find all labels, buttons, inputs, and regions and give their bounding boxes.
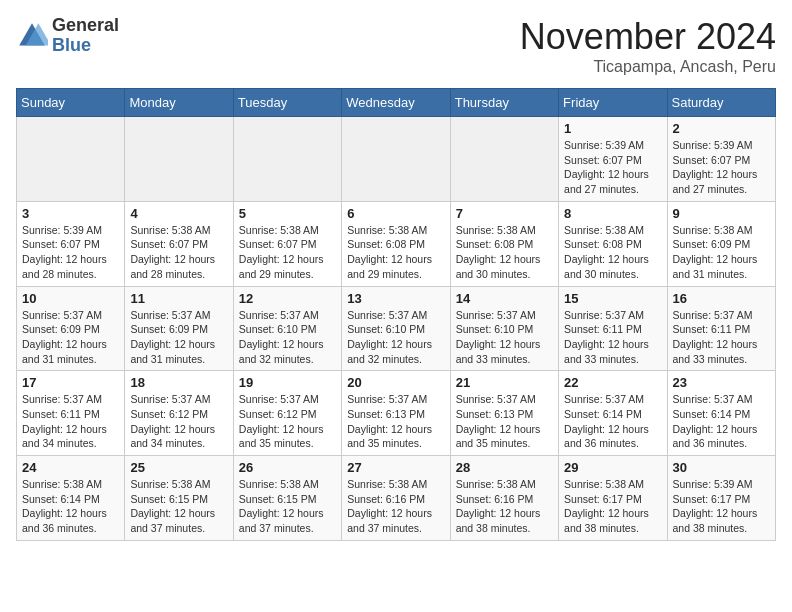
day-info: Sunrise: 5:38 AM Sunset: 6:08 PM Dayligh… [564,223,661,282]
day-info: Sunrise: 5:39 AM Sunset: 6:17 PM Dayligh… [673,477,770,536]
day-cell: 2Sunrise: 5:39 AM Sunset: 6:07 PM Daylig… [667,117,775,202]
day-cell: 21Sunrise: 5:37 AM Sunset: 6:13 PM Dayli… [450,371,558,456]
day-number: 27 [347,460,444,475]
day-number: 14 [456,291,553,306]
day-cell: 11Sunrise: 5:37 AM Sunset: 6:09 PM Dayli… [125,286,233,371]
day-number: 6 [347,206,444,221]
day-cell: 5Sunrise: 5:38 AM Sunset: 6:07 PM Daylig… [233,201,341,286]
week-row-4: 17Sunrise: 5:37 AM Sunset: 6:11 PM Dayli… [17,371,776,456]
week-row-3: 10Sunrise: 5:37 AM Sunset: 6:09 PM Dayli… [17,286,776,371]
logo-blue-text: Blue [52,36,119,56]
day-number: 25 [130,460,227,475]
day-cell [17,117,125,202]
day-cell: 14Sunrise: 5:37 AM Sunset: 6:10 PM Dayli… [450,286,558,371]
day-number: 21 [456,375,553,390]
day-info: Sunrise: 5:38 AM Sunset: 6:15 PM Dayligh… [239,477,336,536]
day-cell: 22Sunrise: 5:37 AM Sunset: 6:14 PM Dayli… [559,371,667,456]
day-info: Sunrise: 5:39 AM Sunset: 6:07 PM Dayligh… [564,138,661,197]
header-row: SundayMondayTuesdayWednesdayThursdayFrid… [17,89,776,117]
day-number: 16 [673,291,770,306]
day-number: 10 [22,291,119,306]
day-info: Sunrise: 5:37 AM Sunset: 6:10 PM Dayligh… [239,308,336,367]
day-number: 18 [130,375,227,390]
day-info: Sunrise: 5:38 AM Sunset: 6:07 PM Dayligh… [130,223,227,282]
week-row-2: 3Sunrise: 5:39 AM Sunset: 6:07 PM Daylig… [17,201,776,286]
day-number: 19 [239,375,336,390]
day-cell: 20Sunrise: 5:37 AM Sunset: 6:13 PM Dayli… [342,371,450,456]
day-info: Sunrise: 5:38 AM Sunset: 6:15 PM Dayligh… [130,477,227,536]
day-number: 17 [22,375,119,390]
logo-icon [16,20,48,52]
day-cell [342,117,450,202]
day-number: 3 [22,206,119,221]
day-number: 29 [564,460,661,475]
day-info: Sunrise: 5:37 AM Sunset: 6:09 PM Dayligh… [22,308,119,367]
day-number: 20 [347,375,444,390]
day-number: 28 [456,460,553,475]
day-number: 12 [239,291,336,306]
day-info: Sunrise: 5:37 AM Sunset: 6:14 PM Dayligh… [564,392,661,451]
day-cell [450,117,558,202]
day-cell [233,117,341,202]
day-number: 9 [673,206,770,221]
logo-general-text: General [52,16,119,36]
day-number: 30 [673,460,770,475]
calendar-body: 1Sunrise: 5:39 AM Sunset: 6:07 PM Daylig… [17,117,776,541]
header-cell-thursday: Thursday [450,89,558,117]
day-number: 26 [239,460,336,475]
day-cell: 17Sunrise: 5:37 AM Sunset: 6:11 PM Dayli… [17,371,125,456]
header-cell-wednesday: Wednesday [342,89,450,117]
day-info: Sunrise: 5:38 AM Sunset: 6:17 PM Dayligh… [564,477,661,536]
day-cell: 24Sunrise: 5:38 AM Sunset: 6:14 PM Dayli… [17,456,125,541]
day-number: 22 [564,375,661,390]
day-cell: 30Sunrise: 5:39 AM Sunset: 6:17 PM Dayli… [667,456,775,541]
header-cell-sunday: Sunday [17,89,125,117]
day-cell: 4Sunrise: 5:38 AM Sunset: 6:07 PM Daylig… [125,201,233,286]
day-cell: 6Sunrise: 5:38 AM Sunset: 6:08 PM Daylig… [342,201,450,286]
day-cell: 1Sunrise: 5:39 AM Sunset: 6:07 PM Daylig… [559,117,667,202]
day-info: Sunrise: 5:38 AM Sunset: 6:09 PM Dayligh… [673,223,770,282]
day-cell: 23Sunrise: 5:37 AM Sunset: 6:14 PM Dayli… [667,371,775,456]
month-title: November 2024 [520,16,776,58]
day-number: 2 [673,121,770,136]
day-cell: 16Sunrise: 5:37 AM Sunset: 6:11 PM Dayli… [667,286,775,371]
week-row-1: 1Sunrise: 5:39 AM Sunset: 6:07 PM Daylig… [17,117,776,202]
header-cell-monday: Monday [125,89,233,117]
page-header: General Blue November 2024 Ticapampa, An… [16,16,776,76]
day-cell: 26Sunrise: 5:38 AM Sunset: 6:15 PM Dayli… [233,456,341,541]
week-row-5: 24Sunrise: 5:38 AM Sunset: 6:14 PM Dayli… [17,456,776,541]
day-info: Sunrise: 5:37 AM Sunset: 6:12 PM Dayligh… [239,392,336,451]
day-cell: 9Sunrise: 5:38 AM Sunset: 6:09 PM Daylig… [667,201,775,286]
day-info: Sunrise: 5:37 AM Sunset: 6:11 PM Dayligh… [22,392,119,451]
day-number: 11 [130,291,227,306]
day-info: Sunrise: 5:37 AM Sunset: 6:10 PM Dayligh… [456,308,553,367]
day-info: Sunrise: 5:37 AM Sunset: 6:11 PM Dayligh… [673,308,770,367]
day-cell: 18Sunrise: 5:37 AM Sunset: 6:12 PM Dayli… [125,371,233,456]
day-cell: 28Sunrise: 5:38 AM Sunset: 6:16 PM Dayli… [450,456,558,541]
calendar-table: SundayMondayTuesdayWednesdayThursdayFrid… [16,88,776,541]
day-info: Sunrise: 5:38 AM Sunset: 6:08 PM Dayligh… [347,223,444,282]
logo: General Blue [16,16,119,56]
location-title: Ticapampa, Ancash, Peru [520,58,776,76]
day-cell: 19Sunrise: 5:37 AM Sunset: 6:12 PM Dayli… [233,371,341,456]
day-info: Sunrise: 5:38 AM Sunset: 6:07 PM Dayligh… [239,223,336,282]
day-info: Sunrise: 5:37 AM Sunset: 6:13 PM Dayligh… [347,392,444,451]
day-info: Sunrise: 5:38 AM Sunset: 6:16 PM Dayligh… [456,477,553,536]
day-info: Sunrise: 5:38 AM Sunset: 6:08 PM Dayligh… [456,223,553,282]
header-cell-friday: Friday [559,89,667,117]
day-cell: 25Sunrise: 5:38 AM Sunset: 6:15 PM Dayli… [125,456,233,541]
day-info: Sunrise: 5:39 AM Sunset: 6:07 PM Dayligh… [673,138,770,197]
day-info: Sunrise: 5:38 AM Sunset: 6:14 PM Dayligh… [22,477,119,536]
day-number: 4 [130,206,227,221]
day-info: Sunrise: 5:37 AM Sunset: 6:11 PM Dayligh… [564,308,661,367]
day-number: 5 [239,206,336,221]
day-info: Sunrise: 5:37 AM Sunset: 6:12 PM Dayligh… [130,392,227,451]
day-cell: 3Sunrise: 5:39 AM Sunset: 6:07 PM Daylig… [17,201,125,286]
day-number: 24 [22,460,119,475]
header-cell-saturday: Saturday [667,89,775,117]
day-number: 7 [456,206,553,221]
day-number: 23 [673,375,770,390]
day-cell: 13Sunrise: 5:37 AM Sunset: 6:10 PM Dayli… [342,286,450,371]
day-cell [125,117,233,202]
day-number: 1 [564,121,661,136]
